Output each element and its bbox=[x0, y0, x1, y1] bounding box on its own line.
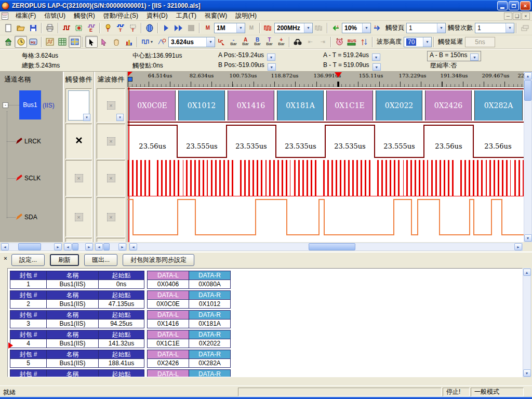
bar-flag-icon[interactable] bbox=[128, 77, 132, 82]
lrck-waveform-row[interactable]: 23.56us 23.555us 23.535us 23.535us 23.53… bbox=[128, 124, 524, 159]
a-bar-button[interactable]: ABar bbox=[240, 36, 251, 48]
scroll-down-icon[interactable]: ▼ bbox=[524, 234, 532, 242]
menu-trigger[interactable]: 觸發(R) bbox=[70, 11, 99, 21]
waveform-vertical-scrollbar[interactable]: ▲ ▼ bbox=[524, 72, 532, 242]
bus-channel-selected[interactable]: Bus1 bbox=[19, 90, 41, 119]
mdi-minimize-button[interactable]: ─ bbox=[504, 12, 512, 20]
chevron-down-icon[interactable]: ▼ bbox=[437, 23, 445, 33]
packet-entry[interactable]: 封包 # 名稱 起始點 DATA-L DATA-R 2 Bus1(IIS) 47… bbox=[10, 290, 239, 309]
export-button[interactable]: 匯出... bbox=[84, 254, 117, 266]
scroll-left-icon[interactable]: ◄ bbox=[1, 243, 9, 250]
bus-config-button[interactable]: BUS bbox=[345, 36, 358, 48]
bar-chart-button[interactable] bbox=[123, 36, 135, 48]
scroll-right-icon[interactable]: ► bbox=[85, 243, 93, 250]
menu-window[interactable]: 視窗(W) bbox=[201, 11, 231, 21]
save-button[interactable] bbox=[27, 22, 39, 34]
memory-page-right-button[interactable]: M bbox=[245, 22, 258, 34]
scroll-thumb[interactable] bbox=[18, 243, 41, 250]
packet-table[interactable]: 封包 # 名稱 起始點 DATA-L DATA-R 1 Bus1(IIS) 0n… bbox=[7, 268, 523, 377]
menu-data[interactable]: 資料(D) bbox=[142, 11, 172, 21]
select-cursor-button[interactable] bbox=[85, 36, 98, 48]
prev-edge-button[interactable]: ⇤ bbox=[304, 36, 316, 48]
a-b-dropdown[interactable]: ▼ bbox=[470, 54, 478, 61]
sampling-setup-button[interactable]: E bbox=[85, 22, 98, 34]
channel-label-sclk[interactable]: SCLK bbox=[24, 175, 41, 182]
signal-setup-button[interactable] bbox=[60, 22, 73, 34]
trigger-flag-icon[interactable] bbox=[128, 72, 132, 76]
menu-file[interactable]: 檔案(F) bbox=[11, 11, 40, 21]
packet-wave-sync-button[interactable]: 封包與波形同步設定 bbox=[123, 254, 194, 266]
bus-value-block[interactable]: 0X181A bbox=[277, 90, 324, 121]
open-file-button[interactable] bbox=[15, 22, 27, 34]
waveform-hscrollbar[interactable]: ◄ ► bbox=[129, 243, 523, 251]
zoom-scale-icon-button[interactable] bbox=[156, 36, 168, 48]
chevron-down-icon[interactable]: ▼ bbox=[116, 114, 124, 121]
packet-vertical-scrollbar[interactable]: ▲ ▼ bbox=[523, 268, 531, 377]
trigger-ratio-left-button[interactable] bbox=[329, 22, 342, 34]
tree-collapse-toggle[interactable]: - bbox=[3, 102, 8, 108]
mdi-close-button[interactable]: × bbox=[522, 12, 530, 20]
lrck-filter-cell[interactable]: × bbox=[97, 124, 125, 159]
memory-page-left-button[interactable]: M bbox=[202, 22, 214, 34]
scroll-thumb[interactable] bbox=[309, 243, 355, 250]
navigator-button[interactable] bbox=[69, 36, 81, 48]
bus-value-block[interactable]: 0X1012 bbox=[178, 90, 225, 121]
menu-help[interactable]: 說明(H) bbox=[231, 11, 261, 21]
channel-hscrollbar[interactable]: ◄ ► bbox=[1, 243, 62, 251]
packet-entry[interactable]: 封包 # 名稱 起始點 DATA-L DATA-R 5 Bus1(IIS) 18… bbox=[10, 350, 239, 368]
scroll-left-icon[interactable]: ◄ bbox=[129, 243, 137, 250]
document-icon[interactable] bbox=[2, 12, 8, 20]
b-pos-dropdown[interactable]: ▼ bbox=[268, 63, 276, 71]
bus-value-block[interactable]: 0X0C0E bbox=[129, 90, 176, 121]
waveform-view-button[interactable] bbox=[44, 36, 56, 48]
trigger-count-select[interactable]: 1▼ bbox=[475, 23, 514, 33]
scroll-left-icon[interactable]: ◄ bbox=[95, 243, 103, 250]
menu-tools[interactable]: 工具(T) bbox=[172, 11, 201, 21]
b-t-dropdown[interactable]: ▼ bbox=[373, 63, 381, 71]
trigger-cursor-button[interactable] bbox=[215, 36, 228, 48]
new-file-button[interactable] bbox=[2, 22, 15, 34]
scroll-right-icon[interactable]: ► bbox=[54, 243, 62, 250]
refresh-button[interactable]: 刷新 bbox=[50, 254, 79, 266]
sda-trigger-cell[interactable]: × bbox=[65, 197, 92, 237]
trigger-width-button[interactable]: T bbox=[127, 22, 139, 34]
stop-button[interactable] bbox=[185, 22, 197, 34]
scroll-up-icon[interactable]: ▲ bbox=[523, 269, 531, 276]
bus-filter-cell[interactable]: ×▼ bbox=[97, 88, 125, 123]
zoom-scale-select[interactable]: 3.624us▼ bbox=[168, 37, 215, 47]
waveform-display[interactable]: 64.514us 82.634us 100.753us 118.872us 13… bbox=[128, 72, 524, 242]
chevron-down-icon[interactable]: ▼ bbox=[423, 37, 431, 47]
settings-button[interactable]: 設定... bbox=[11, 254, 45, 266]
lrck-trigger-cell[interactable] bbox=[65, 124, 92, 159]
time-ruler[interactable]: 64.514us 82.634us 100.753us 118.872us 13… bbox=[128, 72, 524, 87]
filter-hscrollbar[interactable]: ◄ ► bbox=[95, 243, 127, 251]
trigger-hscrollbar[interactable]: ◄ ► bbox=[63, 243, 94, 251]
chevron-down-icon[interactable]: ▼ bbox=[83, 114, 90, 121]
panel-close-icon[interactable]: × bbox=[2, 255, 9, 262]
chevron-down-icon[interactable]: ▼ bbox=[236, 23, 245, 33]
print-button[interactable] bbox=[44, 22, 56, 34]
chevron-down-icon[interactable]: ▼ bbox=[362, 23, 370, 33]
scroll-right-icon[interactable]: ► bbox=[514, 243, 522, 250]
a-pos-dropdown[interactable]: ▼ bbox=[267, 54, 275, 61]
scroll-thumb[interactable] bbox=[72, 243, 78, 250]
sclk-filter-cell[interactable]: × bbox=[97, 160, 125, 196]
hand-tool-button[interactable] bbox=[110, 36, 123, 48]
packet-entry[interactable]: 封包 # 名稱 起始點 DATA-L DATA-R 1 Bus1(IIS) 0n… bbox=[10, 271, 239, 289]
bus-value-block[interactable]: 0X282A bbox=[474, 90, 523, 121]
scroll-up-icon[interactable]: ▲ bbox=[524, 72, 532, 79]
menu-run-stop[interactable]: 啓動/停止(S) bbox=[99, 11, 142, 21]
noise-filter-button[interactable] bbox=[333, 36, 345, 48]
packet-entry[interactable]: 封包 # 名稱 起始點 DATA-L DATA-R 4 Bus1(IIS) 14… bbox=[10, 330, 239, 348]
bus-setup-button[interactable] bbox=[73, 22, 85, 34]
close-button[interactable]: × bbox=[520, 1, 530, 10]
bus-value-block[interactable]: 0X2022 bbox=[376, 90, 422, 121]
trigger-page-select[interactable]: 1▼ bbox=[406, 23, 446, 33]
menu-signal[interactable]: 信號(U) bbox=[40, 11, 70, 21]
stack-forward-button[interactable] bbox=[518, 22, 531, 34]
frequency-button[interactable]: Hz bbox=[27, 36, 39, 48]
trigger-range-button[interactable]: T bbox=[114, 22, 127, 34]
clock-button[interactable] bbox=[15, 36, 27, 48]
wave-height-select[interactable]: 70▼ bbox=[404, 37, 432, 47]
next-edge-button[interactable]: ⇥ bbox=[316, 36, 329, 48]
